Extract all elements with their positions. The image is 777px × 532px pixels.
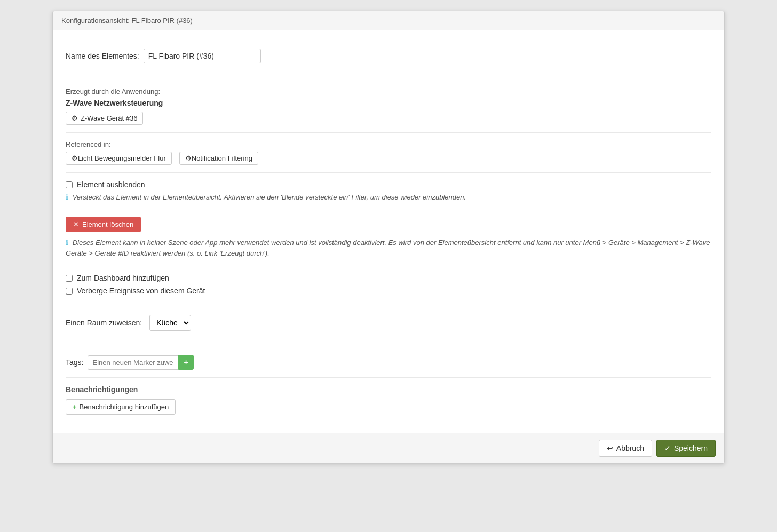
- tags-add-button[interactable]: +: [178, 355, 193, 370]
- add-notif-label: Benachrichtigung hinzufügen: [80, 403, 169, 411]
- arrow-left-icon: ↩: [607, 444, 613, 452]
- ref-button-2[interactable]: ⚙ Notification Filtering: [179, 152, 258, 165]
- hide-element-label[interactable]: Element ausblenden: [77, 180, 145, 189]
- notifications-section: Benachrichtigungen + Benachrichtigung hi…: [66, 378, 711, 422]
- app-name: Z-Wave Netzwerksteuerung: [66, 99, 711, 107]
- info-icon-delete: ℹ: [66, 239, 68, 247]
- tags-section: Tags: +: [66, 347, 711, 378]
- ref-label-1: Licht Bewegungsmelder Flur: [78, 154, 166, 162]
- info-icon-hide: ℹ: [66, 193, 68, 201]
- referenced-label: Referenced in:: [66, 140, 711, 148]
- room-select[interactable]: Küche: [149, 315, 191, 331]
- name-label: Name des Elementes:: [66, 52, 139, 60]
- ref-button-1[interactable]: ⚙ Licht Bewegungsmelder Flur: [66, 152, 172, 165]
- dashboard-section: Zum Dashboard hinzufügen Verberge Ereign…: [66, 266, 711, 307]
- hide-events-label[interactable]: Verberge Ereignisse von diesem Gerät: [77, 287, 205, 295]
- name-input[interactable]: [144, 49, 261, 63]
- save-button[interactable]: ✓ Speichern: [656, 440, 716, 457]
- hide-info: ℹ Versteckt das Element in der Elementeü…: [66, 193, 711, 201]
- delete-info-text: Dieses Element kann in keiner Szene oder…: [66, 239, 710, 257]
- name-section: Name des Elementes:: [66, 41, 711, 80]
- referenced-buttons: ⚙ Licht Bewegungsmelder Flur ⚙ Notificat…: [66, 152, 711, 165]
- tags-label: Tags:: [66, 358, 83, 367]
- gear-icon: ⚙: [72, 114, 78, 122]
- tags-input[interactable]: [88, 355, 178, 370]
- cancel-button[interactable]: ↩ Abbruch: [599, 440, 652, 457]
- dialog-footer: ↩ Abbruch ✓ Speichern: [53, 433, 724, 463]
- hide-info-text: Versteckt das Element in der Elementeübe…: [73, 193, 466, 201]
- hide-element-checkbox[interactable]: [66, 181, 73, 188]
- ref-label-2: Notification Filtering: [192, 154, 252, 162]
- app-link-label: Z-Wave Gerät #36: [81, 114, 137, 122]
- room-label: Einen Raum zuweisen:: [66, 319, 142, 327]
- plus-green-icon: +: [73, 403, 77, 411]
- save-label: Speichern: [674, 444, 708, 452]
- delete-btn-label: Element löschen: [82, 220, 133, 228]
- delete-x-icon: ✕: [73, 220, 79, 228]
- delete-button[interactable]: ✕ Element löschen: [66, 217, 141, 232]
- dashboard-row: Zum Dashboard hinzufügen: [66, 274, 711, 282]
- created-section: Erzeugt durch die Anwendung: Z-Wave Netz…: [66, 80, 711, 133]
- add-notification-button[interactable]: + Benachrichtigung hinzufügen: [66, 399, 176, 415]
- notifications-heading: Benachrichtigungen: [66, 385, 711, 394]
- configuration-dialog: Konfigurationsansicht: FL Fibaro PIR (#3…: [52, 11, 725, 464]
- delete-info: ℹ Dieses Element kann in keiner Szene od…: [66, 237, 711, 258]
- name-row: Name des Elementes:: [66, 49, 711, 63]
- checkmark-icon: ✓: [664, 444, 671, 452]
- dialog-title: Konfigurationsansicht: FL Fibaro PIR (#3…: [53, 11, 724, 30]
- dashboard-label[interactable]: Zum Dashboard hinzufügen: [77, 274, 169, 282]
- gear-icon-1: ⚙: [72, 154, 78, 162]
- dialog-content: Name des Elementes: Erzeugt durch die An…: [53, 30, 724, 433]
- hide-checkbox-row: Element ausblenden: [66, 180, 711, 189]
- room-row: Einen Raum zuweisen: Küche: [66, 315, 711, 331]
- created-label: Erzeugt durch die Anwendung:: [66, 88, 711, 96]
- hide-section: Element ausblenden ℹ Versteckt das Eleme…: [66, 173, 711, 209]
- room-section: Einen Raum zuweisen: Küche: [66, 307, 711, 347]
- hide-events-checkbox[interactable]: [66, 288, 73, 295]
- cancel-label: Abbruch: [616, 444, 644, 452]
- gear-icon-2: ⚙: [185, 154, 192, 162]
- tags-row: Tags: +: [66, 355, 711, 370]
- referenced-section: Referenced in: ⚙ Licht Bewegungsmelder F…: [66, 133, 711, 173]
- app-link-button[interactable]: ⚙ Z-Wave Gerät #36: [66, 112, 143, 125]
- delete-section: ✕ Element löschen ℹ Dieses Element kann …: [66, 209, 711, 266]
- plus-icon: +: [184, 358, 188, 367]
- dashboard-checkbox[interactable]: [66, 275, 73, 282]
- events-row: Verberge Ereignisse von diesem Gerät: [66, 287, 711, 295]
